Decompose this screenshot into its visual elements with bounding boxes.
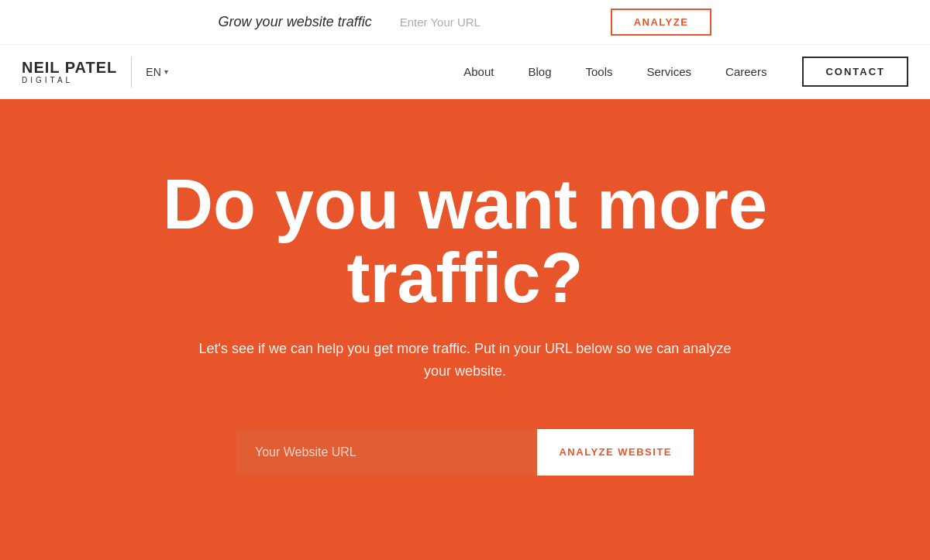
nav-divider <box>131 57 132 88</box>
hero-headline: Do you want more traffic? <box>39 168 891 314</box>
top-bar-analyze-button[interactable]: ANALYZE <box>611 9 712 36</box>
navbar: NEIL PATEL DIGITAL EN ▾ About Blog Tools… <box>0 45 930 99</box>
nav-link-services[interactable]: Services <box>630 65 709 78</box>
nav-link-blog[interactable]: Blog <box>511 65 568 78</box>
hero-url-input[interactable] <box>236 429 537 476</box>
hero-section: Do you want more traffic? Let's see if w… <box>0 99 930 560</box>
contact-button[interactable]: CONTACT <box>802 57 908 87</box>
logo-text: NEIL PATEL DIGITAL <box>22 60 117 84</box>
lang-label: EN <box>146 66 160 78</box>
nav-link-careers[interactable]: Careers <box>708 65 784 78</box>
hero-subtext: Let's see if we can help you get more tr… <box>186 338 744 383</box>
nav-link-about[interactable]: About <box>446 65 511 78</box>
lang-selector[interactable]: EN ▾ <box>146 66 167 78</box>
logo-area[interactable]: NEIL PATEL DIGITAL <box>22 60 117 84</box>
hero-analyze-button[interactable]: ANALYZE WEBSITE <box>537 429 694 476</box>
nav-link-tools[interactable]: Tools <box>568 65 629 78</box>
nav-links: About Blog Tools Services Careers <box>446 65 784 78</box>
top-bar-tagline: Grow your website traffic <box>219 14 372 30</box>
hero-form: ANALYZE WEBSITE <box>236 429 694 476</box>
logo-name: NEIL PATEL <box>22 60 117 75</box>
top-bar: Grow your website traffic ANALYZE <box>0 0 930 45</box>
chevron-down-icon: ▾ <box>164 67 168 76</box>
logo-sub: DIGITAL <box>22 77 117 84</box>
top-bar-url-input[interactable] <box>391 9 592 36</box>
